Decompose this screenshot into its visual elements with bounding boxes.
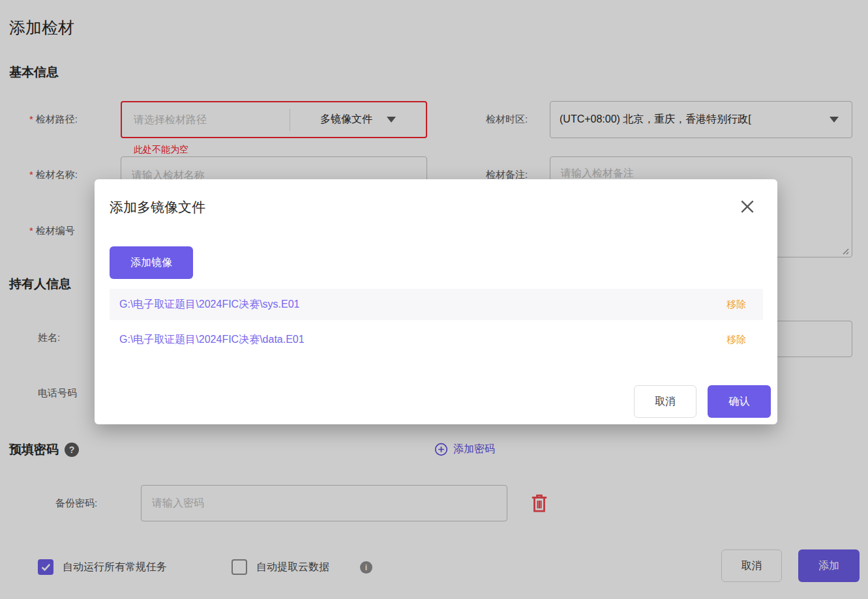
remove-file-link[interactable]: 移除	[726, 299, 746, 311]
modal-cancel-button[interactable]: 取消	[634, 385, 696, 418]
modal-title: 添加多镜像文件	[110, 198, 205, 216]
modal-confirm-button[interactable]: 确认	[708, 385, 771, 418]
close-icon	[739, 198, 756, 215]
modal-close-button[interactable]	[737, 196, 758, 217]
image-file-path: G:\电子取证题目\2024FIC决赛\data.E01	[119, 333, 305, 347]
image-file-row: G:\电子取证题目\2024FIC决赛\data.E01 移除	[110, 324, 763, 355]
image-file-row: G:\电子取证题目\2024FIC决赛\sys.E01 移除	[110, 289, 763, 320]
add-image-button[interactable]: 添加镜像	[110, 246, 193, 279]
remove-file-link[interactable]: 移除	[726, 334, 746, 346]
add-multi-image-modal: 添加多镜像文件 添加镜像 G:\电子取证题目\2024FIC决赛\sys.E01…	[95, 179, 777, 424]
image-file-path: G:\电子取证题目\2024FIC决赛\sys.E01	[119, 298, 300, 312]
